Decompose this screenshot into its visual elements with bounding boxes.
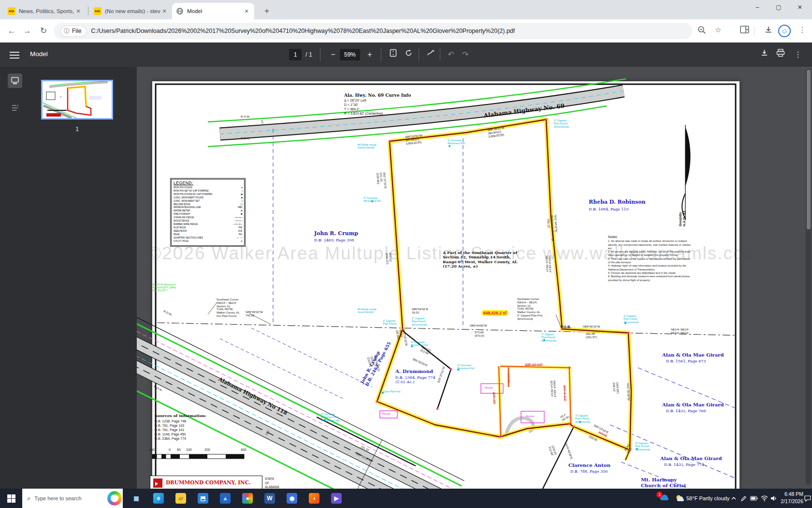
bearing: S86°39'41"W 394.94'(C) 3,869.82'(R) (487, 126, 506, 139)
pen-icon[interactable] (740, 489, 747, 508)
zoom-indicator-icon[interactable] (696, 26, 708, 36)
tab-3[interactable]: Model✕ (172, 3, 254, 19)
redo-icon[interactable]: ↷ (459, 48, 472, 61)
annotate-icon[interactable] (424, 48, 437, 61)
notes: Notes: 1. No attempt was made to locate … (608, 235, 693, 282)
reload-icon[interactable]: ↻ (38, 25, 49, 37)
tab-close-icon[interactable]: ✕ (160, 8, 168, 15)
tab-close-icon[interactable]: ✕ (243, 8, 250, 15)
onedrive-icon[interactable]: 1 (659, 489, 670, 508)
page-number-input[interactable]: 1 (289, 49, 302, 60)
new-tab-button[interactable]: + (261, 5, 273, 17)
edge-icon[interactable]: e (149, 491, 168, 506)
tab-2[interactable]: AOL(No new emails) - stevepaynere✕ (90, 3, 172, 19)
task-view-icon[interactable]: ▦ (127, 491, 146, 506)
file-chip[interactable]: ⓘFile (61, 26, 86, 36)
tie-dim: 224'-10" (492, 392, 496, 404)
maximize-button[interactable]: ▢ (768, 0, 789, 15)
aol-icon: AOL (94, 7, 102, 15)
thumbnails-panel-icon[interactable] (8, 74, 22, 88)
forward-icon[interactable]: → (21, 25, 33, 37)
owner-ref: D.B. 788, Page 350 (570, 469, 608, 474)
page-thumbnail[interactable]: ≈ (43, 81, 112, 118)
downloads-icon[interactable] (763, 26, 774, 36)
legend-row: WATER METER⊞ (174, 209, 243, 213)
time: 6:48 PM (776, 491, 803, 498)
outline-panel-icon[interactable] (8, 101, 22, 115)
bookmark-star-icon[interactable]: ☆ (712, 26, 724, 36)
bearing: 766.13' (546, 219, 550, 228)
legend-row: UTILITY POLE⊘ (174, 240, 243, 243)
weather-text[interactable]: 58°F Partly cloudy (686, 489, 729, 508)
media-player-icon[interactable]: ▶ (327, 491, 346, 506)
browser-menu-icon[interactable]: ⋮ (797, 26, 808, 36)
clock[interactable]: 6:48 PM 2/17/2026 (776, 491, 803, 505)
tray-chevron-up-icon[interactable] (731, 489, 737, 508)
pdf-more-icon[interactable]: ⋮ (792, 48, 804, 61)
wifi-icon[interactable] (761, 489, 768, 508)
file-explorer-icon[interactable]: ▱ (171, 491, 190, 506)
close-button[interactable]: ✕ (789, 0, 811, 15)
legend-row: RECORD BOOK( ) (174, 203, 243, 207)
monument: 4" Concrete Monument fnd. (363, 196, 381, 203)
fit-page-icon[interactable] (387, 48, 399, 61)
bearing: N01°34'06"W (Reference Bearing) (550, 215, 558, 241)
store-icon[interactable]: ⬒ (193, 491, 213, 506)
house-label: House (382, 412, 391, 416)
scale-number: 0 (169, 448, 171, 451)
chrome-icon[interactable]: ● (238, 491, 257, 506)
start-button[interactable] (0, 489, 22, 508)
minimize-button[interactable]: – (747, 0, 768, 15)
globe-icon (176, 7, 184, 15)
battery-icon[interactable] (750, 489, 758, 508)
monument: 3" Capped Pipe Found (Drummond) (554, 119, 569, 128)
divider (320, 48, 320, 61)
quarter-label: NE1/4–SE1/4 SE1/4–SE1/4 (671, 328, 688, 335)
row-label: R.O.W. (153, 385, 163, 392)
scale-number: 200 (204, 448, 210, 451)
monument: 4" Concrete Monument fnd. (457, 364, 475, 370)
scale-number: 400 (241, 448, 246, 451)
weather-icon[interactable] (675, 489, 685, 508)
tab-close-icon[interactable]: ✕ (74, 8, 82, 15)
rotate-icon[interactable] (402, 48, 415, 61)
address-bar[interactable]: ⓘFile C:/Users/Patrick/Downloads/2026%20… (54, 23, 692, 39)
legend-row: IRON PIN FOUND● (174, 186, 243, 190)
firefox-icon[interactable]: ◖ (304, 491, 324, 506)
monument: 4" Concrete Monument fnd. (411, 341, 429, 347)
url-text[interactable]: C:/Users/Patrick/Downloads/2026%2002%201… (91, 28, 515, 34)
zoom-out-button[interactable]: − (327, 48, 339, 61)
page-count: / 1 (305, 51, 312, 58)
side-panel-icon[interactable] (739, 26, 750, 36)
tab-title: News, Politics, Sports, Mail & La (19, 8, 74, 14)
print-icon[interactable] (774, 48, 787, 61)
info-icon: ⓘ (64, 27, 70, 35)
zoom-in-button[interactable]: + (363, 48, 376, 61)
scrollbar-thumb[interactable] (807, 70, 811, 229)
pdf-download-icon[interactable] (758, 48, 770, 61)
tab-1[interactable]: AOLNews, Politics, Sports, Mail & La✕ (4, 3, 86, 19)
area-value: 648,426.2 sf (481, 310, 508, 316)
bearing: S65°03'25"E (412, 358, 428, 368)
camera-icon[interactable]: ◉ (282, 491, 302, 506)
search-doodle-icon[interactable] (107, 491, 122, 506)
owner-ref: D.B. 1432, Page 766 (666, 409, 706, 413)
tab-title: Model (187, 8, 243, 14)
pdf-viewer[interactable]: Alabama Highway No. 69R.O.W.R.O.W.S86°01… (137, 67, 812, 489)
photos-icon[interactable]: ▲ (216, 491, 235, 506)
monument: 1" Open Pipe fnd. (380, 390, 401, 393)
pdf-menu-icon[interactable] (10, 50, 19, 60)
back-icon[interactable]: ← (6, 25, 17, 37)
zoom-level[interactable]: 59% (340, 49, 360, 60)
divider (440, 48, 440, 61)
monument: 3" Capped Pipe Found (Drummond) (412, 317, 427, 326)
word-icon[interactable]: W (260, 491, 279, 506)
company-name: DRUMMOND COMPANY, INC. (166, 479, 251, 485)
undo-icon[interactable]: ↶ (445, 48, 457, 61)
bearing: N01°35'28"W (626, 383, 630, 401)
profile-avatar[interactable]: ☺ (778, 25, 791, 37)
viewer-scrollbar[interactable] (806, 69, 811, 485)
action-center-icon[interactable] (804, 489, 811, 508)
notification-badge: 1 (656, 492, 663, 498)
pob-label: P.O.B. (561, 325, 571, 329)
